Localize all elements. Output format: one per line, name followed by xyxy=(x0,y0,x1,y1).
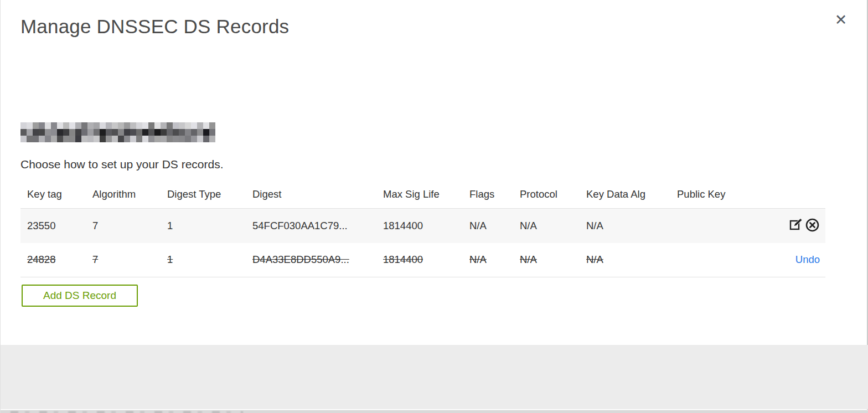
cell-key-data-alg: N/A xyxy=(580,243,670,277)
cell-digest-type: 1 xyxy=(161,243,246,277)
col-header-actions xyxy=(742,183,825,209)
cell-public-key xyxy=(670,209,742,243)
table-row-deleted: 24828 7 1 D4A33E8DD550A9... 1814400 N/A … xyxy=(20,243,825,277)
cell-protocol: N/A xyxy=(513,209,580,243)
modal-footer: Save Cancel xyxy=(1,345,868,409)
cell-key-tag: 24828 xyxy=(20,243,86,277)
cell-flags: N/A xyxy=(463,209,513,243)
col-header-max-sig-life: Max Sig Life xyxy=(376,183,463,209)
col-header-digest: Digest xyxy=(246,183,376,209)
col-header-key-tag: Key tag xyxy=(20,183,86,209)
row-actions xyxy=(742,209,825,243)
col-header-public-key: Public Key xyxy=(670,183,742,209)
cell-digest-type: 1 xyxy=(161,209,246,243)
page-title: Manage DNSSEC DS Records xyxy=(20,16,289,38)
page-behind-modal-edge xyxy=(1,410,868,413)
cell-protocol: N/A xyxy=(513,243,580,277)
cell-flags: N/A xyxy=(463,243,513,277)
col-header-algorithm: Algorithm xyxy=(86,183,161,209)
delete-icon[interactable] xyxy=(805,217,820,235)
cell-digest: 54FCF030AA1C79... xyxy=(246,209,376,243)
col-header-flags: Flags xyxy=(463,183,513,209)
ds-records-table: Key tag Algorithm Digest Type Digest Max… xyxy=(20,183,825,277)
col-header-key-data-alg: Key Data Alg xyxy=(580,183,670,209)
row-actions: Undo xyxy=(742,243,825,277)
intro-text: Choose how to set up your DS records. xyxy=(20,158,224,171)
cell-max-sig-life: 1814400 xyxy=(376,209,463,243)
edit-icon[interactable] xyxy=(789,217,804,235)
col-header-digest-type: Digest Type xyxy=(161,183,246,209)
redacted-domain-name xyxy=(20,122,215,142)
cell-max-sig-life: 1814400 xyxy=(376,243,463,277)
dnssec-modal: Manage DNSSEC DS Records ✕ Choose how to… xyxy=(0,0,868,413)
cell-algorithm: 7 xyxy=(86,209,161,243)
add-ds-record-button[interactable]: Add DS Record xyxy=(22,285,138,307)
cell-algorithm: 7 xyxy=(86,243,161,277)
cell-key-tag: 23550 xyxy=(20,209,86,243)
col-header-protocol: Protocol xyxy=(513,183,580,209)
close-icon[interactable]: ✕ xyxy=(831,10,851,30)
cell-digest: D4A33E8DD550A9... xyxy=(246,243,376,277)
table-row: 23550 7 1 54FCF030AA1C79... 1814400 N/A … xyxy=(20,209,825,243)
cell-key-data-alg: N/A xyxy=(580,209,670,243)
cell-public-key xyxy=(670,243,742,277)
table-header-row: Key tag Algorithm Digest Type Digest Max… xyxy=(20,183,825,209)
undo-link[interactable]: Undo xyxy=(795,254,820,265)
